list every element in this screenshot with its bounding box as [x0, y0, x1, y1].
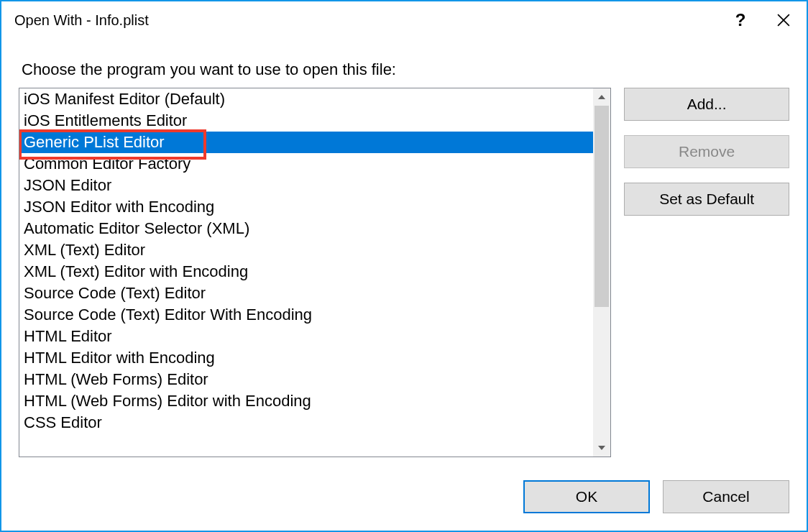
scroll-up-arrow-icon[interactable] [593, 88, 610, 106]
side-button-column: Add... Remove Set as Default [624, 88, 789, 463]
window-title: Open With - Info.plist [14, 12, 719, 29]
close-icon [777, 14, 790, 27]
editor-list-inner: iOS Manifest Editor (Default)iOS Entitle… [19, 88, 593, 457]
list-item[interactable]: Source Code (Text) Editor [19, 283, 593, 304]
list-item[interactable]: Source Code (Text) Editor With Encoding [19, 304, 593, 326]
cancel-button[interactable]: Cancel [663, 480, 789, 513]
footer-button-row: OK Cancel [1, 463, 807, 531]
add-button[interactable]: Add... [624, 88, 789, 121]
list-item[interactable]: XML (Text) Editor [19, 239, 593, 261]
list-item[interactable]: iOS Entitlements Editor [19, 110, 593, 132]
dialog-window: Open With - Info.plist ? Choose the prog… [0, 0, 808, 532]
main-row: iOS Manifest Editor (Default)iOS Entitle… [19, 88, 789, 463]
list-item[interactable]: Common Editor Factory [19, 153, 593, 175]
editor-listbox[interactable]: iOS Manifest Editor (Default)iOS Entitle… [19, 88, 611, 457]
list-item[interactable]: HTML (Web Forms) Editor [19, 369, 593, 390]
svg-marker-3 [598, 446, 605, 450]
list-item[interactable]: XML (Text) Editor with Encoding [19, 261, 593, 283]
scroll-down-arrow-icon[interactable] [593, 439, 610, 457]
remove-button[interactable]: Remove [624, 135, 789, 168]
prompt-label: Choose the program you want to use to op… [19, 60, 789, 79]
titlebar: Open With - Info.plist ? [1, 1, 807, 39]
list-item[interactable]: CSS Editor [19, 412, 593, 434]
list-item[interactable]: HTML (Web Forms) Editor with Encoding [19, 390, 593, 412]
list-item[interactable]: Generic PList Editor [19, 132, 593, 153]
list-item[interactable]: HTML Editor with Encoding [19, 347, 593, 369]
scroll-thumb[interactable] [594, 106, 609, 307]
list-item[interactable]: Automatic Editor Selector (XML) [19, 218, 593, 239]
list-item[interactable]: JSON Editor with Encoding [19, 196, 593, 218]
scroll-track[interactable] [593, 106, 610, 439]
help-button[interactable]: ? [719, 1, 762, 39]
set-default-button[interactable]: Set as Default [624, 183, 789, 216]
list-item[interactable]: HTML Editor [19, 326, 593, 347]
ok-button[interactable]: OK [523, 480, 650, 513]
content-area: Choose the program you want to use to op… [1, 39, 807, 463]
scrollbar[interactable] [593, 88, 610, 457]
close-button[interactable] [762, 1, 805, 39]
svg-marker-2 [598, 95, 605, 99]
list-item[interactable]: iOS Manifest Editor (Default) [19, 88, 593, 110]
list-item[interactable]: JSON Editor [19, 175, 593, 196]
